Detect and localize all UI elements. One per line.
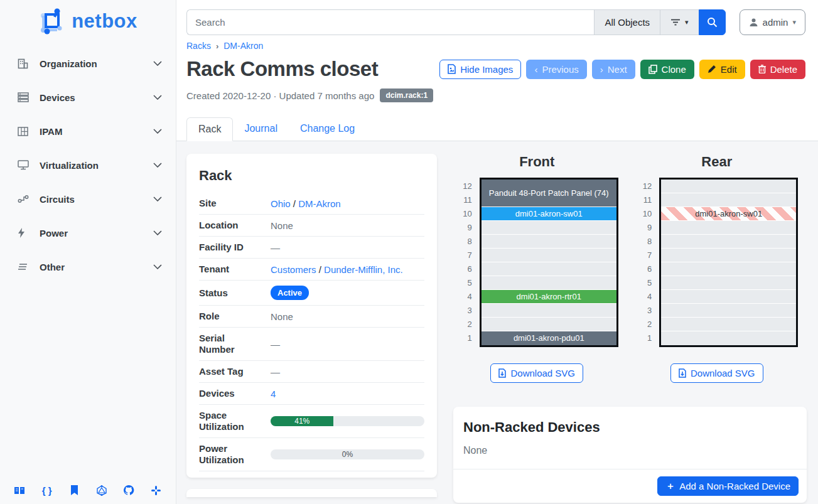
page-title: Rack Comms closet (186, 57, 378, 81)
chevron-right-icon: › (600, 64, 603, 75)
breadcrumb-site-link[interactable]: DM-Akron (223, 41, 263, 51)
slack-icon[interactable] (149, 484, 163, 496)
rack-device-patch-panel[interactable]: Panduit 48-Port Patch Panel (74) (482, 180, 616, 206)
tab-rack[interactable]: Rack (186, 117, 233, 141)
file-download-icon (498, 368, 506, 378)
api-braces-icon[interactable]: { } (40, 484, 54, 496)
user-menu-button[interactable]: admin ▾ (740, 9, 805, 35)
chevron-down-icon (153, 61, 162, 66)
next-button[interactable]: › Next (592, 60, 635, 79)
server-icon (18, 92, 30, 103)
rear-elevation: Rear 12 11 10 9 8 7 6 5 4 (627, 154, 807, 383)
page-content: Rack Site Ohio / DM-Akron Location None (176, 141, 818, 504)
sidebar-item-virtualization[interactable]: Virtualization (0, 153, 176, 177)
sidebar-item-label: Devices (40, 92, 153, 103)
lightning-bolt-icon (18, 227, 30, 239)
empty-unit[interactable] (661, 221, 796, 234)
monitor-icon (18, 159, 30, 171)
main-area: All Objects ▾ admin (176, 0, 818, 504)
empty-unit[interactable] (482, 318, 616, 331)
empty-unit[interactable] (482, 249, 616, 262)
empty-unit[interactable] (661, 193, 796, 206)
clone-button[interactable]: Clone (640, 60, 694, 79)
empty-unit[interactable] (482, 304, 616, 317)
previous-button[interactable]: ‹ Previous (526, 60, 586, 79)
rear-rack-diagram: dmi01-akron-sw01 (659, 178, 798, 347)
empty-unit[interactable] (661, 331, 796, 345)
rear-title: Rear (701, 154, 732, 170)
status-badge: Active (271, 286, 309, 300)
empty-unit[interactable] (482, 262, 616, 276)
tenant-link[interactable]: Dunder-Mifflin, Inc. (324, 264, 403, 275)
sidebar-item-circuits[interactable]: Circuits (0, 187, 176, 211)
non-racked-title: Non-Racked Devices (463, 419, 797, 436)
sidebar-item-organization[interactable]: Organization (0, 51, 176, 75)
search-filter-dropdown[interactable]: ▾ (660, 9, 699, 35)
user-name-label: admin (763, 17, 788, 28)
tab-change-log[interactable]: Change Log (289, 117, 366, 141)
search-submit-button[interactable] (699, 9, 726, 35)
next-panel-stub (186, 489, 437, 497)
download-svg-rear-button[interactable]: Download SVG (670, 363, 763, 383)
devices-count-link[interactable]: 4 (271, 389, 276, 399)
sidebar-item-ipam[interactable]: IPAM (0, 119, 176, 143)
netbox-wordmark: netbox (72, 10, 137, 33)
site-region-link[interactable]: Ohio (271, 198, 291, 209)
sidebar-item-other[interactable]: Other (0, 255, 176, 279)
breadcrumb: Racks › DM-Akron (186, 41, 805, 51)
chevron-down-icon (153, 95, 162, 100)
search-scope-button[interactable]: All Objects (594, 9, 660, 35)
docs-book-icon[interactable] (13, 484, 26, 496)
sidebar-footer: { } (0, 484, 176, 496)
rack-device-switch[interactable]: dmi01-akron-sw01 (482, 207, 616, 220)
chevron-down-icon (153, 129, 162, 134)
empty-unit[interactable] (482, 276, 616, 289)
rack-panel-title: Rack (199, 168, 424, 184)
download-svg-front-button[interactable]: Download SVG (490, 363, 583, 383)
site-row: Site Ohio / DM-Akron (199, 193, 424, 215)
object-id-badge: dcim.rack:1 (380, 88, 433, 102)
rack-device-pdu[interactable]: dmi01-akron-pdu01 (482, 331, 616, 345)
front-elevation: Front 12 11 10 9 8 7 6 5 4 (447, 154, 627, 383)
site-link[interactable]: DM-Akron (298, 198, 341, 209)
tenant-group-link[interactable]: Customers (271, 264, 316, 275)
file-download-icon (679, 368, 686, 378)
empty-unit[interactable] (482, 221, 616, 234)
sidebar-item-devices[interactable]: Devices (0, 85, 176, 109)
empty-unit[interactable] (661, 180, 796, 193)
sidebar-item-label: Other (40, 262, 153, 272)
empty-unit[interactable] (661, 249, 796, 262)
bookmark-icon[interactable] (67, 484, 81, 496)
github-icon[interactable] (122, 484, 136, 496)
netbox-logo[interactable]: netbox (0, 5, 176, 38)
rack-device-router[interactable]: dmi01-akron-rtr01 (482, 290, 616, 303)
empty-unit[interactable] (661, 318, 796, 331)
created-updated-text: Created 2020-12-20 · Updated 7 months ag… (186, 90, 374, 101)
netbox-logo-icon (38, 8, 66, 35)
empty-unit[interactable] (661, 290, 796, 303)
asset-tag-row: Asset Tag — (199, 361, 424, 383)
location-value: None (259, 220, 424, 231)
delete-button[interactable]: Delete (750, 60, 805, 79)
empty-unit[interactable] (661, 235, 796, 248)
role-value: None (259, 311, 424, 322)
hide-images-button[interactable]: Hide Images (439, 60, 521, 79)
search-input[interactable] (186, 9, 594, 35)
sidebar-item-power[interactable]: Power (0, 221, 176, 245)
right-column: Front 12 11 10 9 8 7 6 5 4 (447, 154, 807, 504)
add-non-racked-device-button[interactable]: ＋ Add a Non-Racked Device (657, 476, 799, 496)
tenant-row: Tenant Customers / Dunder-Mifflin, Inc. (199, 259, 424, 281)
empty-unit[interactable] (661, 304, 796, 317)
tab-journal[interactable]: Journal (233, 117, 288, 141)
front-unit-numbers: 12 11 10 9 8 7 6 5 4 3 2 (456, 178, 472, 347)
rack-device-switch-rear[interactable]: dmi01-akron-sw01 (661, 207, 796, 220)
edit-button[interactable]: Edit (699, 60, 745, 79)
empty-unit[interactable] (482, 235, 616, 248)
status-row: Status Active (199, 281, 424, 306)
filter-icon (670, 19, 681, 26)
graphql-icon[interactable] (95, 484, 109, 496)
empty-unit[interactable] (661, 262, 796, 276)
empty-unit[interactable] (661, 276, 796, 289)
breadcrumb-racks-link[interactable]: Racks (186, 41, 211, 51)
image-file-icon (448, 64, 456, 74)
